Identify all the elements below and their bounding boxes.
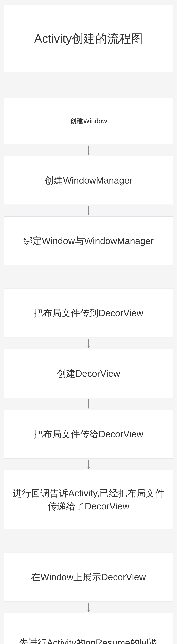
step-text: 绑定Window与WindowManager [23,234,154,248]
gap [4,72,173,98]
arrow-connector [4,205,173,216]
arrow-connector [4,144,173,156]
group-header-text: 创建Window [70,116,107,126]
step-box: 绑定Window与WindowManager [4,216,173,265]
step-text: 进行回调告诉Activity,已经把布局文件传递给了DecorView [12,487,165,513]
step-box: 创建WindowManager [4,156,173,205]
gap [4,529,173,552]
step-box: 把布局文件传到DecorView [4,288,173,338]
step-text: 把布局文件传给DecorView [34,428,143,440]
step-box: 创建DecorView [4,349,173,398]
step-text: 把布局文件传到DecorView [34,306,143,320]
title-box: Activity创建的流程图 [4,5,173,72]
gap [4,265,173,288]
step-box: 进行回调告诉Activity,已经把布局文件传递给了DecorView [4,470,173,529]
flowchart-diagram: Activity创建的流程图 创建Window 创建WindowManager … [0,0,177,644]
arrow-connector [4,338,173,349]
step-text: 创建WindowManager [44,174,132,187]
step-text: 在Window上展示DecorView [31,570,146,584]
arrow-connector [4,398,173,410]
step-text: 创建DecorView [57,367,120,380]
step-text: 先进行Activity的onResume的回调 [19,636,158,644]
arrow-connector [4,458,173,470]
group-header-box: 创建Window [4,98,173,144]
step-box: 先进行Activity的onResume的回调 [4,613,173,644]
arrow-connector [4,602,173,613]
title-text: Activity创建的流程图 [34,31,143,47]
step-box: 在Window上展示DecorView [4,552,173,602]
step-box: 把布局文件传给DecorView [4,410,173,458]
